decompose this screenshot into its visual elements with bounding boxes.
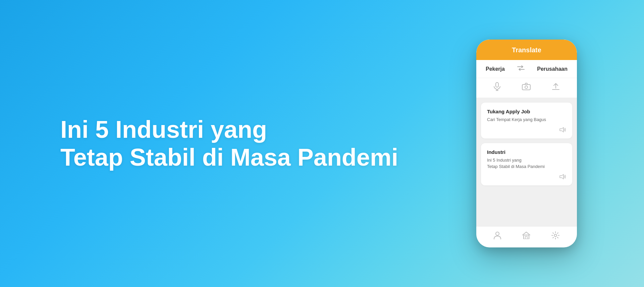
background: Ini 5 Industri yang Tetap Stabil di Masa… [0,0,644,287]
target-language-label: Perusahaan [537,66,568,72]
svg-rect-3 [522,84,530,90]
card-1-speaker[interactable] [487,127,566,134]
svg-marker-5 [560,127,564,132]
translation-card-1[interactable]: Tukang Apply Job Cari Tempat Kerja yang … [481,103,572,138]
svg-rect-9 [525,236,527,239]
translation-cards-container: Tukang Apply Job Cari Tempat Kerja yang … [476,98,577,226]
hero-line1: Ini 5 Industri yang [60,116,267,143]
card-1-title: Tukang Apply Job [487,109,566,114]
translation-card-2[interactable]: Industri Ini 5 Industri yangTetap Stabil… [481,143,572,185]
card-2-speaker[interactable] [487,174,566,181]
card-2-title: Industri [487,149,566,155]
svg-marker-6 [560,174,564,179]
language-selector-row[interactable]: Pekerja Perusahaan [476,60,577,78]
svg-point-10 [554,234,557,237]
mic-icon[interactable] [494,82,500,93]
phone-mockup: Translate Pekerja Perusahaan [476,40,577,247]
bottom-navigation [476,226,577,247]
speaker-icon-2[interactable] [559,174,566,181]
home-nav-icon[interactable] [522,232,530,241]
svg-point-7 [496,232,499,235]
card-2-text: Ini 5 Industri yangTetap Stabil di Masa … [487,157,566,170]
card-1-text: Cari Tempat Kerja yang Bagus [487,116,566,123]
svg-point-4 [525,86,528,89]
profile-nav-icon[interactable] [494,231,501,241]
hero-title: Ini 5 Industri yang Tetap Stabil di Masa… [60,116,398,171]
swap-languages-icon[interactable] [517,65,525,72]
phone-container: Translate Pekerja Perusahaan [476,40,577,247]
hero-line2: Tetap Stabil di Masa Pandemi [60,144,398,171]
camera-icon[interactable] [522,83,531,92]
input-mode-icons-row [476,78,577,98]
speaker-icon-1[interactable] [559,127,566,134]
phone-app-title: Translate [512,46,541,54]
settings-nav-icon[interactable] [551,231,559,241]
upload-icon[interactable] [552,82,559,93]
hero-text-block: Ini 5 Industri yang Tetap Stabil di Masa… [60,116,398,171]
svg-rect-0 [496,82,498,87]
phone-header: Translate [476,40,577,60]
svg-rect-8 [524,235,529,239]
source-language-label: Pekerja [486,66,505,72]
